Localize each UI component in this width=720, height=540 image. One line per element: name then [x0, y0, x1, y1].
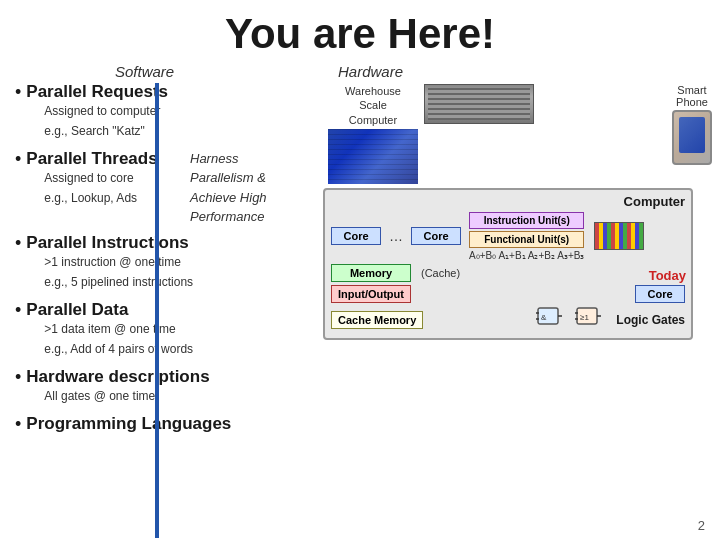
hardware-descriptions-sub1: All gates @ one time	[44, 388, 209, 405]
parallel-data-sub1: >1 data item @ one time	[44, 321, 193, 338]
io-box: Input/Output	[331, 285, 411, 303]
logic-gates-area: & ≥1	[536, 306, 610, 334]
svg-text:≥1: ≥1	[580, 313, 589, 322]
svg-text:&: &	[541, 313, 547, 322]
bullet-icon: •	[15, 367, 21, 388]
logic-gates-label: Logic Gates	[616, 313, 685, 327]
cache-memory-row: Cache Memory & ≥1	[331, 306, 685, 334]
parallel-instructions-title: Parallel Instructions	[26, 233, 193, 253]
diagram-row-io: Input/Output Core	[331, 285, 685, 303]
parallel-instructions-sub2: e.g., 5 pipelined instructions	[44, 274, 193, 291]
parallel-instructions-sub1: >1 instruction @ one time	[44, 254, 193, 271]
core-box-right: Core	[411, 227, 461, 245]
computer-label: Computer	[331, 194, 685, 209]
functional-unit-box: Functional Unit(s)	[469, 231, 584, 248]
parallel-data-sub2: e.g., Add of 4 pairs of words	[44, 341, 193, 358]
harness-label: Harness Parallelism & Achieve High Perfo…	[190, 151, 267, 225]
warehouse-block: Warehouse Scale Computer	[328, 84, 418, 184]
images-row: Warehouse Scale Computer Smart Phone	[328, 84, 712, 184]
diagram-row-cores: Core … Core Instruction Unit(s) Function…	[331, 212, 685, 261]
instruction-visual-area	[594, 222, 644, 250]
page-number: 2	[698, 518, 705, 533]
blue-divider	[155, 83, 159, 538]
software-label: Software	[115, 63, 300, 80]
logic-gate-svg-2: ≥1	[575, 306, 610, 334]
rack-visual	[424, 84, 534, 124]
server-rack-image	[424, 84, 534, 127]
ellipsis: …	[385, 228, 407, 244]
bullet-icon: •	[15, 300, 21, 321]
equation-text: A₀+B₀ A₁+B₁ A₂+B₂ A₃+B₃	[469, 250, 584, 261]
programming-languages-title: Programming Languages	[26, 414, 231, 434]
diagram-row-memory: Memory (Cache)	[331, 264, 685, 282]
parallel-requests-sub2: e.g., Search "Katz"	[44, 123, 168, 140]
core-box-left: Core	[331, 227, 381, 245]
parallel-threads-sub1: Assigned to core	[44, 170, 182, 187]
hardware-label: Hardware	[338, 63, 712, 80]
bullet-icon: •	[15, 82, 21, 103]
parallel-requests-title: Parallel Requests	[26, 82, 168, 102]
parallel-data-title: Parallel Data	[26, 300, 193, 320]
warehouse-label: Warehouse Scale Computer	[345, 84, 401, 127]
core-inner-detail: Instruction Unit(s) Functional Unit(s) A…	[469, 212, 584, 261]
bullet-icon: •	[15, 149, 21, 170]
cache-label: (Cache)	[421, 267, 460, 279]
smart-phone-label: Smart Phone	[676, 84, 708, 108]
server-image	[328, 129, 418, 184]
smart-phone-block: Smart Phone	[672, 84, 712, 165]
computer-diagram: Computer Core … Core Instruction Unit(s)…	[323, 188, 693, 340]
hardware-descriptions-title: Hardware descriptions	[26, 367, 209, 387]
io-core-right: Core	[635, 285, 685, 303]
memory-box: Memory	[331, 264, 411, 282]
parallel-requests-sub1: Assigned to computer	[44, 103, 168, 120]
harness-parallelism-text: Harness Parallelism & Achieve High Perfo…	[190, 149, 300, 227]
bullet-icon: •	[15, 414, 21, 435]
parallel-threads-sub2: e.g., Lookup, Ads	[44, 190, 182, 207]
bullet-icon: •	[15, 233, 21, 254]
core-box-io: Core	[635, 285, 685, 303]
cache-memory-box: Cache Memory	[331, 311, 423, 329]
inner-core-label: Core	[416, 230, 456, 242]
phone-image	[672, 110, 712, 165]
today-label: Today	[649, 268, 686, 283]
instruction-visual	[594, 222, 644, 250]
page-title: You are Here!	[0, 0, 720, 58]
logic-gate-svg-1: &	[536, 306, 571, 334]
instruction-unit-box: Instruction Unit(s)	[469, 212, 584, 229]
